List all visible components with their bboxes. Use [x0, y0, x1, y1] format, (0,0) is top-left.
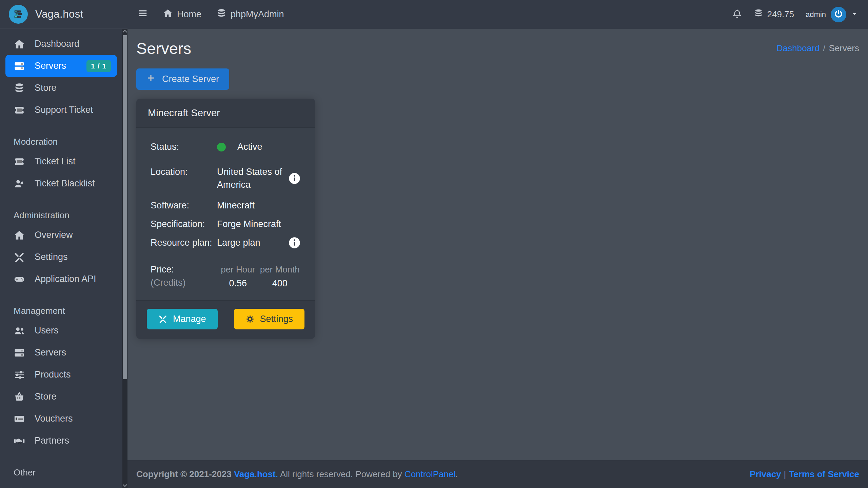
- card-row-resource-plan: Resource plan:Large plan: [151, 237, 301, 249]
- gamepad-icon: [14, 273, 28, 285]
- manage-button[interactable]: Manage: [147, 309, 218, 329]
- footer-brand-link[interactable]: Vaga.host.: [234, 469, 278, 479]
- footer: Copyright © 2021-2023 Vaga.host. All rig…: [127, 460, 868, 488]
- scrollbar-thumb[interactable]: [123, 35, 127, 379]
- row-value: Active: [237, 141, 262, 154]
- controlpanel-link[interactable]: ControlPanel: [405, 469, 455, 479]
- bell-icon: [732, 14, 742, 20]
- button-label: Manage: [173, 314, 206, 324]
- scroll-down-icon[interactable]: [123, 483, 127, 487]
- server-card-title: Minecraft Server: [136, 99, 315, 128]
- sidebar-section-management: Management: [0, 290, 122, 320]
- price-value: 0.56: [217, 278, 259, 289]
- info-icon[interactable]: [288, 237, 301, 249]
- sidebar-item-label: Overview: [35, 230, 73, 240]
- price-label: Price:: [151, 264, 217, 275]
- create-server-label: Create Server: [162, 74, 219, 84]
- price-col-per-month: per Month400: [259, 264, 301, 289]
- bars-icon: [138, 8, 148, 21]
- sidebar-item-servers[interactable]: Servers1 / 1: [5, 55, 117, 77]
- breadcrumb-dashboard[interactable]: Dashboard: [776, 43, 820, 53]
- notifications-button[interactable]: [732, 9, 742, 20]
- scroll-up-icon[interactable]: [123, 30, 127, 34]
- money-check-icon: [14, 413, 28, 425]
- tools-icon: [158, 314, 167, 324]
- handshake-icon: [14, 435, 28, 447]
- create-server-button[interactable]: Create Server: [136, 68, 229, 90]
- sidebar-section-other: Other: [0, 452, 122, 481]
- sidebar-scrollbar[interactable]: [122, 29, 127, 488]
- sidebar-item-label: Servers: [35, 61, 66, 71]
- sidebar-item-label: Users: [35, 325, 59, 336]
- breadcrumb-servers: Servers: [829, 43, 859, 53]
- sidebar-item-users[interactable]: Users: [0, 320, 122, 342]
- topbar: Home phpMyAdmin 249.75 admin: [127, 0, 868, 29]
- card-row-status: Status:Active: [151, 141, 301, 154]
- sidebar-item-label: Store: [35, 391, 57, 402]
- server-card-body: Status:ActiveLocation:United States of A…: [136, 128, 315, 300]
- card-row-software: Software:Minecraft: [151, 199, 301, 212]
- brand-logo-icon: [9, 5, 28, 24]
- row-value: United States of America: [217, 166, 285, 191]
- sidebar-item-vouchers[interactable]: Vouchers: [0, 408, 122, 430]
- sidebar-item-partners[interactable]: Partners: [0, 430, 122, 452]
- price-sublabel: (Credits): [151, 278, 217, 288]
- nav-home[interactable]: Home: [163, 8, 201, 21]
- username: admin: [806, 10, 826, 19]
- sidebar-item-label: Dashboard: [35, 39, 79, 49]
- sidebar-item-label: Partners: [35, 435, 69, 446]
- nav-phpmyadmin[interactable]: phpMyAdmin: [216, 8, 284, 21]
- sidebar-item-store[interactable]: Store: [0, 386, 122, 408]
- sidebar-item-ticket-list[interactable]: Ticket List: [0, 150, 122, 172]
- sidebar-item-label: Vouchers: [35, 413, 73, 424]
- sidebar-item-label: Servers: [35, 347, 66, 358]
- copyright-middle: All rights reserved. Powered by: [280, 469, 402, 479]
- info-icon[interactable]: [288, 172, 301, 185]
- breadcrumb-separator: /: [823, 43, 825, 53]
- sidebar: Vaga.host DashboardServers1 / 1StoreSupp…: [0, 0, 127, 488]
- avatar: [831, 7, 846, 22]
- sidebar-item-settings[interactable]: Settings: [0, 246, 122, 268]
- sidebar-item-useful-links[interactable]: Useful Links: [0, 481, 122, 488]
- credits-balance[interactable]: 249.75: [754, 8, 794, 20]
- home-icon: [14, 38, 28, 50]
- sidebar-item-overview[interactable]: Overview: [0, 224, 122, 246]
- sidebar-item-ticket-blacklist[interactable]: Ticket Blacklist: [0, 172, 122, 195]
- sidebar-item-support-ticket[interactable]: Support Ticket: [0, 99, 122, 121]
- nav-phpmyadmin-label: phpMyAdmin: [231, 9, 284, 20]
- row-value: Large plan: [217, 237, 260, 249]
- price-col-per-hour: per Hour0.56: [217, 264, 259, 289]
- main-content: Servers Dashboard/Servers Create Server …: [127, 29, 868, 460]
- sidebar-item-products[interactable]: Products: [0, 364, 122, 386]
- sidebar-section-administration: Administration: [0, 195, 122, 224]
- user-menu[interactable]: admin: [806, 7, 858, 22]
- sidebar-item-dashboard[interactable]: Dashboard: [0, 33, 122, 55]
- server-card: Minecraft Server Status:ActiveLocation:U…: [136, 99, 315, 339]
- row-label: Software:: [151, 199, 217, 211]
- basket-icon: [14, 391, 28, 403]
- menu-toggle-button[interactable]: [138, 8, 148, 21]
- settings-button[interactable]: Settings: [234, 309, 305, 329]
- ticket-icon: [14, 156, 28, 167]
- gear-icon: [245, 314, 255, 324]
- sidebar-item-servers[interactable]: Servers: [0, 342, 122, 364]
- footer-links: Privacy|Terms of Service: [750, 469, 859, 480]
- plus-icon: [146, 74, 155, 85]
- page-title: Servers: [136, 39, 191, 58]
- button-label: Settings: [260, 314, 293, 324]
- database-icon: [216, 8, 226, 21]
- footer-link-terms-of-service[interactable]: Terms of Service: [789, 469, 859, 479]
- row-value: Minecraft: [217, 199, 255, 212]
- sidebar-item-label: Support Ticket: [35, 105, 93, 115]
- users-icon: [14, 325, 28, 337]
- sidebar-item-label: Store: [35, 83, 57, 93]
- coins-icon: [14, 82, 28, 94]
- sidebar-item-application-api[interactable]: Application API: [0, 268, 122, 290]
- sidebar-section-moderation: Moderation: [0, 121, 122, 150]
- sidebar-item-label: Products: [35, 369, 71, 380]
- brand[interactable]: Vaga.host: [0, 0, 127, 29]
- server-count-badge: 1 / 1: [86, 60, 111, 72]
- footer-link-privacy[interactable]: Privacy: [750, 469, 781, 479]
- price-block: Price:(Credits)per Hour0.56per Month400: [151, 264, 301, 289]
- sidebar-item-store[interactable]: Store: [0, 77, 122, 99]
